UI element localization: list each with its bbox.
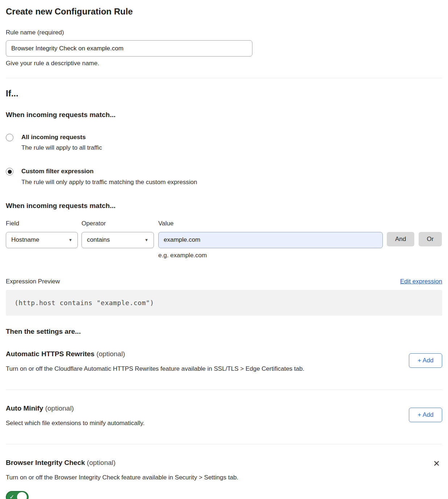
close-icon[interactable]: ✕ <box>431 459 442 469</box>
setting-title: Automatic HTTPS Rewrites <box>6 350 95 358</box>
setting-title: Browser Integrity Check <box>6 459 85 466</box>
value-label: Value <box>158 220 383 227</box>
expression-builder-row: Field Hostname ▼ Operator contains ▼ Val… <box>6 220 442 259</box>
toggle-knob <box>17 492 27 499</box>
chevron-down-icon: ▼ <box>68 238 72 242</box>
setting-automatic-https-rewrites: Automatic HTTPS Rewrites (optional) Turn… <box>6 350 442 390</box>
radio-option-all-incoming-requests[interactable]: All incoming requests The rule will appl… <box>6 133 442 151</box>
setting-divider <box>6 390 442 390</box>
or-button[interactable]: Or <box>419 232 442 246</box>
page-title: Create new Configuration Rule <box>6 7 442 17</box>
radio-label: Custom filter expression <box>21 167 197 175</box>
value-input[interactable] <box>158 232 383 248</box>
then-heading: Then the settings are... <box>6 328 442 336</box>
setting-optional-tag: (optional) <box>87 459 116 466</box>
rule-name-input[interactable] <box>6 40 252 57</box>
operator-label: Operator <box>81 220 154 227</box>
setting-optional-tag: (optional) <box>96 350 125 358</box>
field-select-value: Hostname <box>11 236 39 244</box>
builder-heading: When incoming requests match... <box>6 202 442 210</box>
and-button[interactable]: And <box>387 232 414 246</box>
chevron-down-icon: ▼ <box>145 238 148 242</box>
match-radio-group: All incoming requests The rule will appl… <box>6 133 442 186</box>
expression-preview-header: Expression Preview Edit expression <box>6 278 442 285</box>
field-select[interactable]: Hostname ▼ <box>6 232 78 248</box>
setting-browser-integrity-check: Browser Integrity Check (optional) Turn … <box>6 459 442 499</box>
browser-integrity-check-toggle[interactable]: ✓ <box>6 491 29 499</box>
add-automatic-https-rewrites-button[interactable]: + Add <box>409 353 442 368</box>
radio-description: The rule will apply to all traffic <box>21 144 102 151</box>
expression-preview-code-block: (http.host contains "example.com") <box>6 290 442 316</box>
section-divider <box>6 78 442 78</box>
radio-description: The rule will only apply to traffic matc… <box>21 179 197 186</box>
match-heading: When incoming requests match... <box>6 111 442 119</box>
radio-unselected-icon[interactable] <box>6 134 13 141</box>
setting-optional-tag: (optional) <box>45 404 74 412</box>
rule-name-helper: Give your rule a descriptive name. <box>6 60 442 67</box>
operator-select[interactable]: contains ▼ <box>81 232 154 248</box>
radio-selected-icon[interactable] <box>6 168 13 175</box>
check-icon: ✓ <box>9 494 14 499</box>
rule-name-section: Rule name (required) Give your rule a de… <box>6 29 442 67</box>
radio-option-custom-filter-expression[interactable]: Custom filter expression The rule will o… <box>6 167 442 186</box>
operator-select-value: contains <box>87 236 110 244</box>
radio-label: All incoming requests <box>21 133 102 141</box>
setting-title: Auto Minify <box>6 404 43 412</box>
edit-expression-link[interactable]: Edit expression <box>400 278 442 285</box>
setting-description: Turn on or off the Cloudflare Automatic … <box>6 365 304 373</box>
add-auto-minify-button[interactable]: + Add <box>409 408 442 422</box>
setting-divider <box>6 444 442 444</box>
rule-name-label: Rule name (required) <box>6 29 442 36</box>
setting-description: Select which file extensions to minify a… <box>6 420 145 427</box>
value-helper: e.g. example.com <box>158 252 383 259</box>
field-label: Field <box>6 220 78 227</box>
setting-description: Turn on or off the Browser Integrity Che… <box>6 474 238 481</box>
setting-auto-minify: Auto Minify (optional) Select which file… <box>6 404 442 444</box>
expression-code: (http.host contains "example.com") <box>14 299 154 307</box>
if-heading: If... <box>6 88 442 99</box>
expression-preview-label: Expression Preview <box>6 278 60 285</box>
